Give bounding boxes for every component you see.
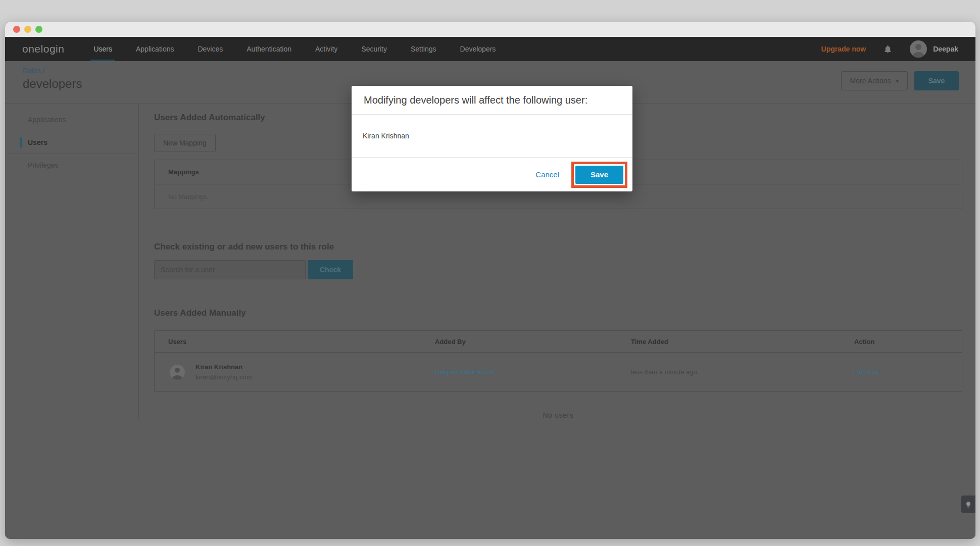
close-window-button[interactable] [13, 26, 20, 33]
lightbulb-icon [965, 501, 972, 508]
save-highlight-annotation: Save [571, 162, 627, 188]
dialog-footer: Cancel Save [352, 158, 632, 191]
zoom-window-button[interactable] [35, 26, 42, 33]
confirm-save-dialog: Modifying developers will affect the fol… [352, 86, 632, 191]
affected-user-name: Kiran Krishnan [352, 115, 632, 158]
help-tips-button[interactable] [961, 495, 975, 513]
dialog-cancel-button[interactable]: Cancel [535, 170, 559, 179]
dialog-save-button[interactable]: Save [575, 166, 623, 184]
dialog-title: Modifying developers will affect the fol… [352, 86, 632, 115]
minimize-window-button[interactable] [24, 26, 31, 33]
window-titlebar [5, 22, 975, 37]
